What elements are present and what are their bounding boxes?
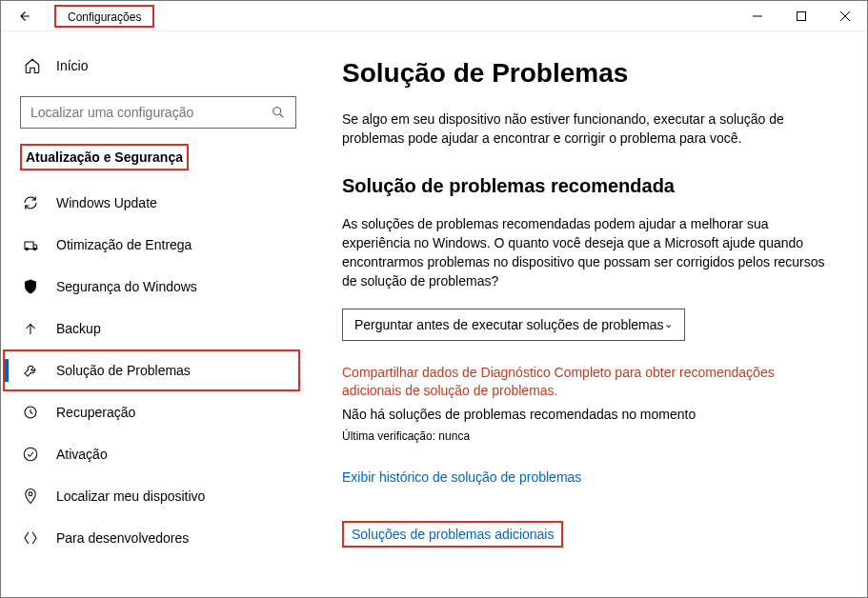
- svg-rect-1: [797, 11, 806, 20]
- close-button[interactable]: [823, 1, 867, 31]
- nav-list: Windows Update Otimização de Entrega Seg…: [1, 182, 315, 559]
- nav-item-find-device[interactable]: Localizar meu dispositivo: [1, 475, 315, 517]
- arrow-left-icon: [15, 8, 32, 25]
- nav-item-activation[interactable]: Ativação: [1, 433, 315, 475]
- backup-arrow-up-icon: [22, 320, 39, 337]
- settings-window: Configurações Início: [0, 0, 868, 598]
- minimize-button[interactable]: [736, 1, 779, 31]
- minimize-icon: [752, 10, 763, 22]
- content-area: Início Atualização e Segurança Windows U…: [1, 31, 867, 597]
- svg-point-10: [29, 492, 32, 496]
- sync-icon: [22, 194, 39, 211]
- check-circle-icon: [22, 446, 39, 463]
- additional-troubleshooters-link[interactable]: Soluções de problemas adicionais: [352, 527, 554, 542]
- section-desc: As soluções de problemas recomendadas po…: [342, 214, 829, 291]
- select-value: Perguntar antes de executar soluções de …: [354, 317, 664, 332]
- nav-item-windows-update[interactable]: Windows Update: [1, 182, 315, 224]
- svg-point-9: [24, 448, 37, 461]
- shield-icon: [22, 278, 39, 295]
- window-controls: [736, 1, 867, 31]
- nav-item-recovery[interactable]: Recuperação: [1, 391, 315, 433]
- back-button[interactable]: [1, 1, 47, 31]
- intro-text: Se algo em seu dispositivo não estiver f…: [342, 110, 829, 149]
- page-title: Solução de Problemas: [342, 58, 829, 89]
- nav-item-label: Para desenvolvedores: [56, 530, 189, 546]
- maximize-button[interactable]: [779, 1, 823, 31]
- search-icon: [271, 105, 286, 120]
- nav-item-label: Otimização de Entrega: [56, 237, 192, 252]
- wrench-icon: [22, 362, 39, 379]
- recovery-icon: [22, 404, 39, 421]
- code-bracket-icon: [22, 529, 39, 547]
- home-label: Início: [56, 58, 88, 73]
- history-link[interactable]: Exibir histórico de solução de problemas: [342, 469, 829, 485]
- last-check-text: Última verificação: nunca: [342, 429, 829, 443]
- status-text: Não há soluções de problemas recomendada…: [342, 407, 829, 422]
- close-icon: [839, 10, 851, 22]
- maximize-icon: [796, 10, 807, 22]
- search-box[interactable]: [20, 96, 296, 129]
- window-title: Configurações: [64, 9, 145, 26]
- troubleshoot-mode-select[interactable]: Perguntar antes de executar soluções de …: [342, 309, 685, 341]
- nav-item-windows-security[interactable]: Segurança do Windows: [1, 266, 315, 308]
- nav-item-label: Solução de Problemas: [56, 363, 191, 378]
- delivery-icon: [22, 236, 39, 253]
- category-header: Atualização e Segurança: [20, 144, 189, 170]
- home-button[interactable]: Início: [1, 47, 315, 85]
- diagnostic-warning-link[interactable]: Compartilhar dados de Diagnóstico Comple…: [342, 364, 818, 401]
- section-title: Solução de problemas recomendada: [342, 175, 829, 197]
- titlebar: Configurações: [1, 1, 867, 31]
- search-input[interactable]: [30, 105, 271, 120]
- nav-item-developers[interactable]: Para desenvolvedores: [1, 517, 315, 559]
- nav-item-label: Localizar meu dispositivo: [56, 488, 205, 504]
- svg-point-4: [273, 108, 281, 115]
- nav-item-label: Backup: [56, 321, 101, 336]
- home-icon: [24, 57, 41, 74]
- location-icon: [22, 488, 39, 505]
- nav-item-label: Segurança do Windows: [56, 279, 197, 294]
- svg-line-5: [280, 114, 283, 117]
- chevron-down-icon: ⌄: [664, 318, 673, 330]
- nav-item-troubleshoot[interactable]: Solução de Problemas: [5, 351, 298, 389]
- sidebar: Início Atualização e Segurança Windows U…: [1, 31, 315, 597]
- nav-item-label: Recuperação: [56, 405, 135, 420]
- main-content: Solução de Problemas Se algo em seu disp…: [315, 31, 867, 597]
- nav-item-label: Windows Update: [56, 195, 157, 210]
- nav-item-label: Ativação: [56, 447, 108, 462]
- nav-item-backup[interactable]: Backup: [1, 308, 315, 349]
- nav-item-delivery-optimization[interactable]: Otimização de Entrega: [1, 224, 315, 266]
